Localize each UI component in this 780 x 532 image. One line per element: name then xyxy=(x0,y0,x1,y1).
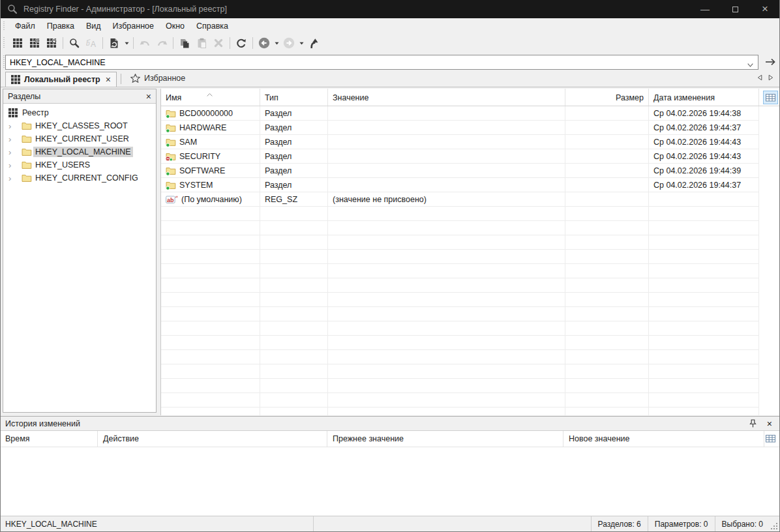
window-controls: — × xyxy=(690,0,780,18)
chevron-right-icon[interactable]: › xyxy=(8,174,18,183)
chevron-right-icon[interactable]: › xyxy=(8,135,18,143)
tree-root-registry[interactable]: Реестр xyxy=(3,106,156,119)
list-row[interactable]: SOFTWAREРазделСр 04.02.2026 19:44:39 xyxy=(161,164,759,178)
history-close-icon[interactable]: × xyxy=(767,419,772,428)
remote-registry-button[interactable] xyxy=(26,35,43,51)
menu-view[interactable]: Вид xyxy=(80,18,107,34)
cell-date: Ср 04.02.2026 19:44:38 xyxy=(649,106,759,120)
close-button[interactable]: × xyxy=(750,0,780,18)
cell-date: Ср 04.02.2026 19:44:43 xyxy=(649,149,759,163)
cell-name: SYSTEM xyxy=(161,178,260,192)
tab-close-icon[interactable]: × xyxy=(106,75,111,84)
up-button[interactable] xyxy=(305,35,322,51)
import-export-dropdown-icon[interactable] xyxy=(123,35,130,51)
forward-dropdown-icon[interactable] xyxy=(297,35,305,51)
list-row[interactable]: SECURITYРазделСр 04.02.2026 19:44:43 xyxy=(161,149,759,164)
history-column-new-value[interactable]: Новое значение xyxy=(563,431,764,447)
empty-row xyxy=(161,264,759,278)
history-column-chooser-icon[interactable] xyxy=(766,434,775,445)
menu-file[interactable]: Файл xyxy=(9,18,41,34)
list-header: ИмяТипЗначениеРазмерДата изменения xyxy=(161,89,780,106)
address-dropdown-icon[interactable] xyxy=(747,60,753,69)
tree-item-hkey_classes_root[interactable]: ›HKEY_CLASSES_ROOT xyxy=(3,119,156,132)
chevron-right-icon[interactable]: › xyxy=(8,122,18,130)
tab-favorites[interactable]: Избранное xyxy=(125,72,190,87)
tree-panel-close-icon[interactable]: × xyxy=(146,92,151,101)
tree-item-hkey_local_machine[interactable]: ›HKEY_LOCAL_MACHINE xyxy=(3,145,156,158)
history-panel-header: История изменений × xyxy=(0,417,780,431)
cell-type: Раздел xyxy=(260,178,328,192)
forward-button[interactable] xyxy=(280,35,297,51)
status-selected-count: Выбрано: 0 xyxy=(715,516,770,532)
copy-button[interactable] xyxy=(176,35,193,51)
menu-help[interactable]: Справка xyxy=(190,18,234,34)
tab-scroll-right-icon[interactable] xyxy=(768,74,773,83)
address-input[interactable] xyxy=(5,55,758,70)
column-gridline xyxy=(260,106,260,415)
list-row[interactable]: SYSTEMРазделСр 04.02.2026 19:44:37 xyxy=(161,178,759,192)
menubar-grip[interactable] xyxy=(3,22,5,31)
menu-window[interactable]: Окно xyxy=(160,18,190,34)
go-button[interactable] xyxy=(764,57,777,68)
address-bar xyxy=(0,52,780,72)
cell-size xyxy=(565,106,649,120)
cell-type: Раздел xyxy=(260,106,328,120)
empty-row xyxy=(161,207,759,221)
empty-row xyxy=(161,307,759,321)
resize-grip[interactable] xyxy=(770,516,780,532)
cell-size xyxy=(565,149,649,163)
key-folder-icon xyxy=(166,109,176,118)
toolbar-grip[interactable] xyxy=(3,37,5,49)
delete-button[interactable] xyxy=(210,35,227,51)
tab-local-registry[interactable]: Локальный реестр× xyxy=(5,72,117,87)
column-header-type[interactable]: Тип xyxy=(260,89,328,106)
back-button[interactable] xyxy=(256,35,273,51)
back-dropdown-icon[interactable] xyxy=(273,35,280,51)
history-column-old-value[interactable]: Прежнее значение xyxy=(327,431,563,447)
local-registry-button[interactable] xyxy=(9,35,26,51)
registry-grid-icon xyxy=(11,75,20,84)
cell-value xyxy=(328,149,565,163)
tree-item-hkey_current_config[interactable]: ›HKEY_CURRENT_CONFIG xyxy=(3,171,156,185)
history-column-action[interactable]: Действие xyxy=(98,431,327,447)
cell-value xyxy=(328,121,565,134)
tab-scroll-left-icon[interactable] xyxy=(757,74,762,83)
value-name: SYSTEM xyxy=(179,181,213,190)
cell-date xyxy=(649,192,759,206)
redo-button[interactable] xyxy=(153,35,170,51)
paste-button[interactable] xyxy=(193,35,210,51)
tree-item-label: HKEY_LOCAL_MACHINE xyxy=(33,147,133,157)
history-column-time[interactable]: Время xyxy=(0,431,98,447)
minimize-button[interactable]: — xyxy=(690,0,720,18)
list-row[interactable]: SAMРазделСр 04.02.2026 19:44:43 xyxy=(161,135,759,149)
import-export-icon xyxy=(110,38,119,48)
list-row[interactable]: BCD00000000РазделСр 04.02.2026 19:44:38 xyxy=(161,106,759,121)
column-chooser-button[interactable] xyxy=(763,91,778,104)
list-row[interactable]: ab(По умолчанию)REG_SZ(значение не присв… xyxy=(161,192,759,207)
chevron-right-icon[interactable]: › xyxy=(8,148,18,156)
maximize-button[interactable] xyxy=(720,0,750,18)
key-folder-icon xyxy=(22,160,33,170)
tree-item-hkey_users[interactable]: ›HKEY_USERS xyxy=(3,158,156,171)
chevron-right-icon[interactable]: › xyxy=(8,161,18,170)
tree-panel-title: Разделы xyxy=(8,92,40,101)
replace-button[interactable]: bA xyxy=(83,35,100,51)
list-row[interactable]: HARDWAREРазделСр 04.02.2026 19:44:37 xyxy=(161,121,759,135)
column-header-date[interactable]: Дата изменения xyxy=(649,89,759,106)
registry-power-button[interactable] xyxy=(43,35,60,51)
menu-edit[interactable]: Правка xyxy=(41,18,80,34)
empty-row xyxy=(161,250,759,264)
tab-label: Локальный реестр xyxy=(24,75,100,84)
cell-name: BCD00000000 xyxy=(161,106,260,120)
column-header-size[interactable]: Размер xyxy=(565,89,649,106)
menu-favorites[interactable]: Избранное xyxy=(107,18,160,34)
refresh-button[interactable] xyxy=(233,35,250,51)
key-folder-icon xyxy=(166,181,176,190)
undo-button[interactable] xyxy=(136,35,153,51)
column-header-value[interactable]: Значение xyxy=(328,89,565,106)
import-export-button[interactable] xyxy=(106,35,123,51)
addressbar-grip[interactable] xyxy=(3,55,5,68)
find-button[interactable] xyxy=(66,35,83,51)
pin-icon[interactable] xyxy=(749,419,757,428)
tree-item-hkey_current_user[interactable]: ›HKEY_CURRENT_USER xyxy=(3,132,156,145)
